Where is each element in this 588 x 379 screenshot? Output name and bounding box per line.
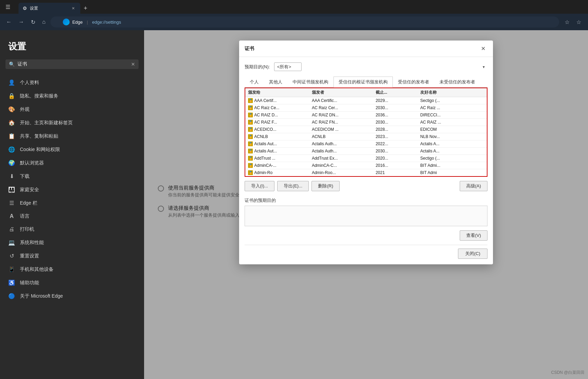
sidebar-item-edge-bar[interactable]: ☰ Edge 栏 [0, 196, 144, 210]
intended-for-select-wrapper: <所有> ▾ [274, 62, 487, 71]
cert-cell-issued-to: 🏅 ACEDICO... [248, 127, 312, 132]
sidebar-item-downloads[interactable]: ⬇ 下载 [0, 170, 144, 183]
search-input[interactable] [17, 61, 128, 67]
cert-purpose-section: 证书的预期目的 [245, 196, 487, 228]
language-icon: A [8, 213, 15, 219]
sidebar-item-share[interactable]: 📋 共享、复制和粘贴 [0, 129, 144, 143]
search-clear-button[interactable]: ✕ [131, 61, 135, 67]
table-row[interactable]: 🏅 AC Raíz Ce... AC Raíz Cer... 2030... A… [245, 104, 487, 112]
cert-cell-issuer: AAA Certific... [312, 98, 376, 103]
cert-tab-intermediate[interactable]: 中间证书颁发机构 [287, 77, 333, 87]
cert-cell-issuer: AC Raíz Cer... [312, 105, 376, 110]
table-row[interactable]: 🏅 Admin-Ro Admin-Roo... 2021 BIT Admi [245, 169, 487, 176]
cert-cell-issuer: AdminCA-C... [312, 163, 376, 168]
cert-tab-others[interactable]: 其他人 [264, 77, 287, 87]
sidebar-item-reset[interactable]: ↺ 重置设置 [0, 249, 144, 263]
cert-tab-personal[interactable]: 个人 [245, 77, 264, 87]
sidebar-item-cookies[interactable]: 🌐 Cookie 和网站权限 [0, 143, 144, 156]
close-button[interactable]: 关闭(C) [458, 249, 487, 259]
intended-for-label: 预期目的(N): [245, 64, 270, 70]
cert-cell-issuer: Admin-Roo... [312, 170, 376, 175]
table-row[interactable]: 🏅 AC RAIZ F... AC RAIZ FN... 2030... AC … [245, 119, 487, 126]
cert-tab-trusted-root[interactable]: 受信任的根证书颁发机构 [333, 77, 393, 88]
sidebar-item-profile[interactable]: 👤 个人资料 [0, 76, 144, 89]
advanced-button[interactable]: 高级(A) [460, 181, 487, 191]
table-row[interactable]: 🏅 AAA Certif... AAA Certific... 2029... … [245, 97, 487, 104]
back-button[interactable]: ← [4, 18, 14, 26]
table-row[interactable]: 🏅 Actalis Aut... Actalis Auth... 2022...… [245, 140, 487, 148]
address-separator: | [87, 20, 88, 25]
cert-cell-issued-to: 🏅 AC RAIZ D... [248, 113, 312, 117]
sidebar-toggle-btn[interactable]: ☰ [3, 2, 13, 12]
cert-cell-expiry: 2020... [376, 156, 420, 161]
table-row[interactable]: 🏅 AddTrust ... AddTrust Ex... 2020... Se… [245, 155, 487, 162]
cert-cell-issuer: Actalis Auth... [312, 141, 376, 146]
table-row[interactable]: 🏅 AdminCA-... AdminCA-C... 2016... BIT A… [245, 162, 487, 169]
cert-cell-issuer: AC RAIZ FN... [312, 120, 376, 125]
sidebar-item-privacy[interactable]: 🔒 隐私、搜索和服务 [0, 89, 144, 103]
sidebar-printer-label: 打印机 [20, 226, 34, 232]
cert-icon: 🏅 [248, 134, 253, 139]
sidebar-item-mobile[interactable]: 📱 手机和其他设备 [0, 263, 144, 276]
default-browser-icon: 🌍 [8, 160, 15, 166]
sidebar-reset-label: 重置设置 [20, 253, 39, 259]
tab-settings[interactable]: ⚙ 设置 ✕ [19, 3, 80, 14]
dialog-close-button[interactable]: ✕ [479, 45, 487, 53]
new-tab-button[interactable]: + [82, 3, 90, 14]
sidebar-item-appearance[interactable]: 🎨 外观 [0, 103, 144, 116]
sidebar-title: 设置 [0, 37, 144, 59]
cert-cell-friendly: EDICOM [420, 127, 484, 132]
collections-button[interactable]: ☆ [574, 18, 584, 27]
printer-icon: 🖨 [8, 226, 15, 232]
import-button[interactable]: 导入(I)... [245, 181, 274, 191]
intended-for-select[interactable]: <所有> [274, 62, 302, 71]
sidebar-downloads-label: 下载 [20, 173, 30, 180]
sidebar-item-default-browser[interactable]: 🌍 默认浏览器 [0, 156, 144, 170]
sidebar-item-accessibility[interactable]: ♿ 辅助功能 [0, 276, 144, 289]
main-content: 设置 🔍 ✕ 👤 个人资料 🔒 隐私、搜索和服务 🎨 外观 🏠 开始、主页和新建… [0, 30, 588, 379]
home-button[interactable]: ⌂ [40, 18, 48, 26]
table-row[interactable]: 🏅 ACEDICO... ACEDICOM ... 2028... EDICOM [245, 126, 487, 133]
sidebar-item-language[interactable]: A 语言 [0, 210, 144, 223]
cert-cell-expiry: 2023... [376, 134, 420, 139]
sidebar-item-about[interactable]: 🔵 关于 Microsoft Edge [0, 289, 144, 303]
cert-cell-issued-to: 🏅 AC Raíz Ce... [248, 105, 312, 110]
export-button[interactable]: 导出(E)... [277, 181, 309, 191]
sidebar-about-label: 关于 Microsoft Edge [20, 293, 63, 299]
sidebar-mobile-label: 手机和其他设备 [20, 266, 54, 273]
about-icon: 🔵 [8, 293, 15, 299]
cert-cell-expiry: 2036... [376, 113, 420, 117]
cert-list-header: 颁发给 颁发者 截止... 友好名称 [245, 88, 487, 97]
cert-cell-friendly: AC Raíz ... [420, 105, 484, 110]
brand-text: Edge [72, 20, 83, 25]
profile-icon: 👤 [8, 79, 15, 86]
cert-icon: 🏅 [248, 127, 253, 132]
remove-button[interactable]: 删除(R) [311, 181, 340, 191]
sidebar-item-start[interactable]: 🏠 开始、主页和新建标签页 [0, 116, 144, 129]
table-row[interactable]: 🏅 AC RAIZ D... AC RAIZ DN... 2036... DIR… [245, 112, 487, 119]
sidebar-cookies-label: Cookie 和网站权限 [20, 147, 60, 153]
address-bar[interactable]: Edge | edge://settings [50, 16, 559, 27]
dialog-header: 证书 ✕ [239, 41, 493, 57]
search-box[interactable]: 🔍 ✕ [5, 59, 139, 69]
cert-tab-trusted-publisher[interactable]: 受信任的发布者 [393, 77, 434, 87]
table-row[interactable]: 🏅 ACNLB ACNLB 2023... NLB Nov... [245, 133, 487, 140]
favorites-button[interactable]: ☆ [562, 18, 572, 27]
sidebar-item-family[interactable]: 👨‍👩‍👧 家庭安全 [0, 183, 144, 196]
cert-list-body[interactable]: 🏅 AAA Certif... AAA Certific... 2029... … [245, 97, 487, 176]
dialog-action-buttons: 导入(I)... 导出(E)... 删除(R) 高级(A) [245, 181, 487, 191]
sidebar-accessibility-label: 辅助功能 [20, 280, 39, 286]
forward-button[interactable]: → [16, 18, 26, 26]
cert-cell-issued-to: 🏅 AdminCA-... [248, 163, 312, 168]
tab-close-btn[interactable]: ✕ [70, 5, 76, 11]
cert-cell-friendly: BIT Admi [420, 170, 484, 175]
dialog-footer: 关闭(C) [245, 245, 487, 259]
refresh-button[interactable]: ↻ [29, 18, 37, 27]
cert-tab-untrusted-publisher[interactable]: 未受信任的发布者 [434, 77, 480, 87]
view-button[interactable]: 查看(V) [460, 230, 487, 241]
cert-icon: 🏅 [248, 156, 253, 161]
sidebar-item-system[interactable]: 💻 系统和性能 [0, 236, 144, 249]
table-row[interactable]: 🏅 Actalis Aut... Actalis Auth... 2030...… [245, 148, 487, 155]
cert-cell-friendly: AC RAIZ ... [420, 120, 484, 125]
sidebar-item-printer[interactable]: 🖨 打印机 [0, 223, 144, 236]
